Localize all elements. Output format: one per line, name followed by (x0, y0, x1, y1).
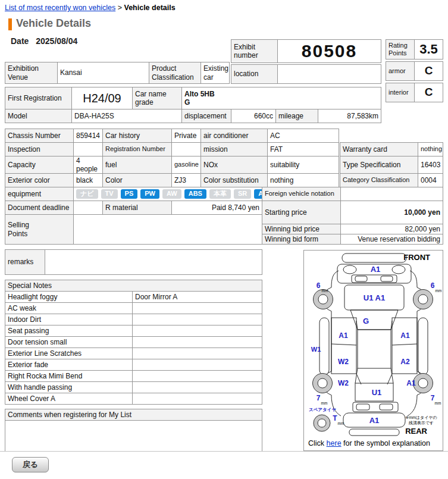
mark-rear-bumper: A1 (369, 416, 380, 425)
equipment-badge-pw: PW (140, 189, 159, 198)
exhibit-number-label: Exhibit number (231, 39, 278, 63)
winning-bid-form-label: Winning bid form (262, 234, 341, 245)
vehicle-damage-diagram: A1 U1 A1 G A1 W2 W1 A1 A2 W2 A1 U1 A1 T … (304, 251, 443, 437)
chassis-number-label: Chassis Number (5, 129, 74, 143)
title-accent-bar (8, 18, 12, 30)
r-material-label: R material (102, 201, 172, 215)
equipment-badge-sr: SR (234, 189, 251, 198)
mark-left-rear-door: W2 (338, 358, 349, 366)
mission-label: mission (200, 142, 268, 156)
tire-unit-label: mm (338, 421, 344, 425)
registration-number-label: Registration Number (102, 142, 172, 156)
registration-number-value (171, 142, 201, 156)
interior-value: C (414, 83, 443, 102)
mark-front-panel: A1 (371, 265, 381, 274)
breadcrumb-link-won-vehicles[interactable]: List of most recently won vehicles (5, 4, 115, 12)
equipment-label: equipment (5, 187, 74, 201)
color-substitution-label: Color substitution (200, 173, 268, 187)
headlight-left (343, 265, 356, 274)
foreign-vehicle-notation-label: Foreign vehicle notation (262, 187, 341, 201)
page-title: Vehicle Details (16, 17, 91, 30)
fuel-value: gasoline (171, 156, 201, 174)
model-label: Model (5, 109, 72, 123)
mark-tailgate: U1 (372, 388, 382, 397)
mark-windshield: G (363, 317, 369, 325)
tire-unit-label: mm (321, 401, 328, 405)
special-note-right (132, 359, 262, 371)
product-classification-value: Existing car (200, 62, 230, 84)
remarks-value (45, 249, 262, 275)
chassis-number-value: 859414 (73, 129, 103, 143)
armor-label: armor (386, 61, 415, 81)
document-deadline-label: Document deadline (5, 201, 74, 215)
winning-bid-price-value: 82,000 yen (340, 224, 443, 234)
special-note-left: Exterior Line Scratches (5, 347, 133, 359)
selling-points-value (73, 214, 262, 245)
date-value: 2025/08/04 (36, 36, 77, 46)
starting-price-label: Starting price (262, 201, 341, 224)
special-note-right (132, 314, 262, 325)
back-button[interactable]: 戻る (12, 457, 49, 472)
front-left-tire-depth: 6 (317, 281, 321, 290)
tire-unit-label: mm (322, 289, 328, 293)
right-sill (418, 318, 428, 375)
warranty-card-value: nothing (418, 142, 443, 156)
symbol-explanation-line: Click here for the symbol explanation (308, 439, 430, 447)
special-notes-title: Special Notes (5, 280, 262, 292)
auction-date: Date 2025/08/04 (11, 36, 77, 46)
air-conditioner-value: AC (267, 129, 339, 143)
exhibition-venue-label: Exhibition Venue (5, 62, 58, 84)
breadcrumb-current: Vehicle details (124, 4, 175, 12)
breadcrumb-separator: > (118, 4, 124, 12)
mark-left-rear-quarter: W2 (338, 379, 349, 387)
exterior-color-label: Exterior color (5, 173, 74, 187)
mylist-comments-title: Comments when registering for My List (5, 409, 262, 421)
special-note-left: Door tension small (5, 336, 133, 348)
equipment-badge-aw: AW (162, 189, 181, 198)
category-classification-label: Category Classification (340, 173, 418, 187)
equipment-badges: ナビ TV PS PW AW ABS 本革 SR AB (73, 187, 262, 201)
special-note-right (132, 393, 262, 405)
vehicle-details-page: List of most recently won vehicles > Veh… (0, 0, 448, 479)
vehicle-diagram-panel: A1 U1 A1 G A1 W2 W1 A1 A2 W2 A1 U1 A1 T … (303, 250, 443, 451)
special-note-right (132, 347, 262, 359)
type-specification-label: Type Specification (340, 156, 418, 174)
special-note-left: Exterior fade (5, 359, 133, 371)
rating-points-value: 3.5 (414, 39, 443, 60)
mylist-comments-value (5, 420, 262, 452)
color-substitution-value: nothing (267, 173, 339, 187)
r-material-value: Paid 8,740 yen (171, 201, 262, 215)
displacement-value: 660cc (231, 109, 276, 123)
exterior-color-value: black (73, 173, 103, 187)
special-note-right (132, 336, 262, 348)
click-text-pre: Click (308, 439, 324, 447)
nox-value: suitability (267, 156, 339, 174)
remarks-label: remarks (5, 249, 45, 275)
rear-license-area (353, 402, 398, 412)
equipment-badge-leather: 本革 (209, 189, 231, 198)
special-note-left: Seat passing (5, 325, 133, 337)
mark-left-sill: W1 (311, 346, 321, 353)
mission-value: FAT (267, 142, 339, 156)
exhibition-venue-value: Kansai (57, 62, 149, 84)
symbol-explanation-link[interactable]: here (327, 439, 342, 447)
location-value (277, 64, 381, 84)
rear-left-tire-depth: 7 (317, 394, 321, 402)
foreign-vehicle-notation-value (340, 187, 443, 201)
tire-unit-label: mm (436, 289, 442, 293)
equipment-badge-abs: ABS (184, 189, 206, 198)
windshield (350, 310, 398, 330)
special-note-left: AC weak (5, 302, 133, 314)
car-history-value: Private (171, 129, 201, 143)
bottom-divider (0, 451, 448, 452)
left-sill (319, 318, 329, 375)
equipment-badge-ab: AB (254, 189, 262, 198)
tire-unit-label: mm (435, 401, 441, 405)
special-note-right (132, 302, 262, 314)
special-note-right (132, 325, 262, 337)
exhibit-number-value: 80508 (277, 39, 381, 63)
location-label: location (231, 64, 278, 84)
starting-price-value: 10,000 yen (340, 201, 443, 224)
model-value: DBA-HA25S (71, 109, 182, 123)
first-registration-label: First Registration (5, 87, 72, 109)
